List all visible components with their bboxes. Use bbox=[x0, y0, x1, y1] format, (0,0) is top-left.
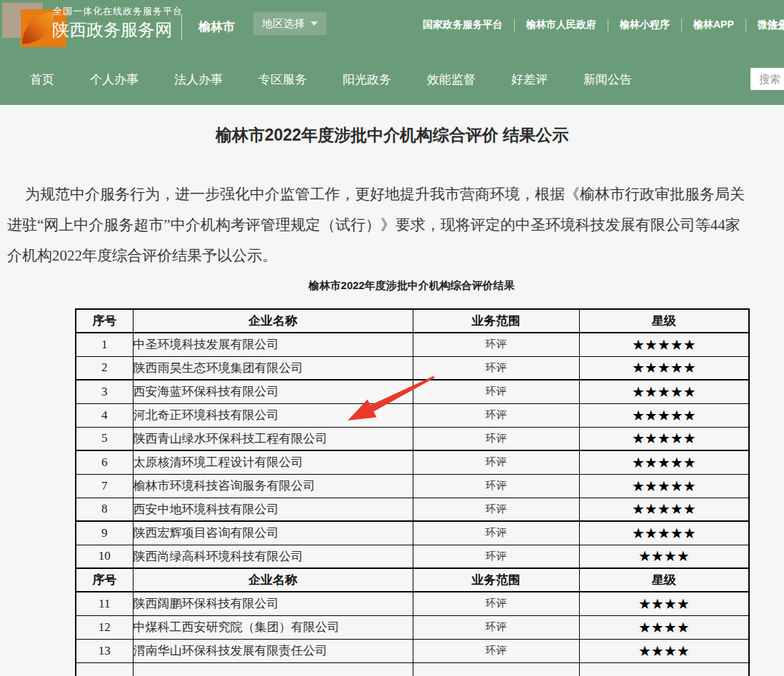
col-header-no: 序号 bbox=[76, 309, 133, 333]
table-row: 12 中煤科工西安研究院（集团）有限公司 环评 ★★★★ bbox=[76, 615, 749, 639]
link-city-app[interactable]: 榆林APP bbox=[681, 19, 745, 31]
region-select-button[interactable]: 地区选择 bbox=[253, 12, 326, 35]
table-header-row: 序号 企业名称 业务范围 星级 bbox=[76, 568, 749, 592]
register-link[interactable]: 注册 bbox=[768, 19, 784, 32]
table-row: 5 陕西青山绿水环保科技工程有限公司 环评 ★★★★★ bbox=[76, 427, 749, 450]
current-city-label: 榆林市 bbox=[198, 19, 235, 35]
nav-item-home[interactable]: 首页 bbox=[30, 71, 54, 88]
table-row: 6 太原核清环境工程设计有限公司 环评 ★★★★★ bbox=[76, 450, 749, 474]
col-header-scope: 业务范围 bbox=[413, 568, 579, 592]
nav-item-news[interactable]: 新闻公告 bbox=[583, 71, 632, 88]
link-national-platform[interactable]: 国家政务服务平台 bbox=[411, 19, 514, 31]
table-header-row: 序号 企业名称 业务范围 星级 bbox=[76, 309, 749, 333]
search-input[interactable] bbox=[750, 68, 784, 90]
table-row: 10 陕西尚绿高科环境科技有限公司 环评 ★★★★ bbox=[76, 545, 749, 568]
company-name: 河北奇正环境科技有限公司 bbox=[133, 403, 413, 427]
nav-item-open-government[interactable]: 阳光政务 bbox=[343, 71, 391, 88]
nav-item-personal[interactable]: 个人办事 bbox=[90, 71, 139, 88]
col-header-no: 序号 bbox=[76, 568, 133, 592]
row-no: 10 bbox=[76, 545, 133, 568]
row-no: 9 bbox=[76, 521, 133, 545]
business-scope: 环评 bbox=[413, 356, 579, 380]
col-header-stars: 星级 bbox=[579, 568, 749, 592]
table-row: 11 陕西阔鹏环保科技有限公司 环评 ★★★★ bbox=[76, 592, 749, 615]
company-name: 陕西宏辉项目咨询有限公司 bbox=[133, 521, 413, 545]
company-name: 陕西尚绿高科环境科技有限公司 bbox=[133, 545, 413, 568]
company-name: 中煤科工西安研究院（集团）有限公司 bbox=[133, 615, 413, 639]
page-title: 榆林市2022年度涉批中介机构综合评价 结果公示 bbox=[0, 124, 784, 146]
company-name: 陕西青山绿水环保科技工程有限公司 bbox=[133, 427, 413, 450]
region-select-label: 地区选择 bbox=[262, 17, 305, 31]
row-no: 4 bbox=[76, 403, 133, 427]
evaluation-results-table: 序号 企业名称 业务范围 星级 1 中圣环境科技发展有限公司 环评 ★★★★★ … bbox=[75, 308, 750, 676]
business-scope: 环评 bbox=[413, 427, 579, 450]
row-no: 3 bbox=[76, 380, 133, 403]
business-scope: 环评 bbox=[413, 521, 579, 545]
nav-item-rating[interactable]: 好差评 bbox=[511, 71, 548, 88]
table-row: 3 西安海蓝环保科技有限公司 环评 ★★★★★ bbox=[76, 380, 749, 403]
nav-items: 首页 个人办事 法人办事 专区服务 阳光政务 效能监督 好差评 新闻公告 bbox=[30, 54, 632, 105]
nav-item-zone-services[interactable]: 专区服务 bbox=[258, 71, 307, 88]
chevron-down-icon bbox=[311, 21, 318, 26]
business-scope: 环评 bbox=[413, 403, 579, 427]
link-mini-program[interactable]: 榆林小程序 bbox=[608, 19, 681, 31]
company-name: 榆林市环境科技咨询服务有限公司 bbox=[133, 474, 413, 498]
table-row: 2 陕西雨昊生态环境集团有限公司 环评 ★★★★★ bbox=[76, 356, 749, 380]
business-scope: 环评 bbox=[413, 474, 579, 498]
table-row: 8 西安中地环境科技有限公司 环评 ★★★★★ bbox=[76, 498, 749, 521]
business-scope: 环评 bbox=[413, 615, 579, 639]
row-no: 7 bbox=[76, 474, 133, 498]
row-no: 6 bbox=[76, 450, 133, 474]
col-header-name: 企业名称 bbox=[133, 309, 413, 333]
business-scope: 环评 bbox=[413, 498, 579, 521]
table-caption: 榆林市2022年度涉批中介机构综合评价结果 bbox=[0, 279, 784, 293]
platform-label: 全国一体化在线政务服务平台 bbox=[53, 5, 183, 18]
star-rating: ★★★★★ bbox=[579, 521, 749, 545]
company-name: 西安中地环境科技有限公司 bbox=[133, 498, 413, 521]
paragraph-line: 为规范中介服务行为，进一步强化中介监管工作，更好地提升我市营商环境，根据《榆林市… bbox=[7, 179, 784, 210]
star-rating: ★★★★★ bbox=[579, 356, 749, 380]
table-row: 13 渭南华山环保科技发展有限责任公司 环评 ★★★★ bbox=[76, 639, 749, 662]
business-scope: 环评 bbox=[413, 380, 579, 403]
star-rating: ★★★★★ bbox=[579, 333, 749, 356]
company-name: 中圣环境科技发展有限公司 bbox=[133, 333, 413, 356]
col-header-scope: 业务范围 bbox=[413, 309, 579, 333]
link-city-government[interactable]: 榆林市人民政府 bbox=[514, 19, 608, 31]
star-rating: ★★★★★ bbox=[579, 498, 749, 521]
star-rating: ★★★★ bbox=[579, 545, 749, 568]
business-scope: 环评 bbox=[413, 333, 579, 356]
star-rating: ★★★★★ bbox=[579, 427, 749, 450]
star-rating: ★★★★ bbox=[579, 592, 749, 615]
header-divider bbox=[181, 14, 182, 40]
row-no: 1 bbox=[76, 333, 133, 356]
row-no: 8 bbox=[76, 498, 133, 521]
row-no: 5 bbox=[76, 427, 133, 450]
table-row-clipped bbox=[76, 662, 749, 676]
table-row: 1 中圣环境科技发展有限公司 环评 ★★★★★ bbox=[76, 333, 749, 356]
business-scope: 环评 bbox=[413, 592, 579, 615]
nav-item-efficiency-supervision[interactable]: 效能监督 bbox=[427, 71, 476, 88]
company-name: 西安海蓝环保科技有限公司 bbox=[133, 380, 413, 403]
star-rating: ★★★★★ bbox=[579, 450, 749, 474]
site-name: 陕西政务服务网 bbox=[52, 19, 172, 41]
row-no: 11 bbox=[76, 592, 133, 615]
company-name: 渭南华山环保科技发展有限责任公司 bbox=[133, 639, 413, 662]
company-name: 陕西雨昊生态环境集团有限公司 bbox=[133, 356, 413, 380]
star-rating: ★★★★ bbox=[579, 639, 749, 662]
col-header-name: 企业名称 bbox=[133, 568, 413, 592]
business-scope: 环评 bbox=[413, 450, 579, 474]
col-header-stars: 星级 bbox=[579, 309, 749, 333]
paragraph-line: 介机构2022年度综合评价结果予以公示。 bbox=[7, 241, 784, 271]
nav-item-legal-person[interactable]: 法人办事 bbox=[174, 71, 223, 88]
star-rating: ★★★★★ bbox=[579, 474, 749, 498]
site-header: 全国一体化在线政务服务平台 陕西政务服务网 榆林市 地区选择 国家政务服务平台 … bbox=[0, 0, 784, 54]
paragraph-line: 进驻“网上中介服务超市”中介机构考评管理规定（试行）》要求，现将评定的中圣环境科… bbox=[7, 210, 784, 241]
row-no: 13 bbox=[76, 639, 133, 662]
logo-leaf-icon bbox=[22, 12, 54, 44]
row-no: 12 bbox=[76, 615, 133, 639]
business-scope: 环评 bbox=[413, 545, 579, 568]
star-rating: ★★★★★ bbox=[579, 380, 749, 403]
company-name: 陕西阔鹏环保科技有限公司 bbox=[133, 592, 413, 615]
header-links: 国家政务服务平台 榆林市人民政府 榆林小程序 榆林APP 微信公众号 bbox=[411, 19, 784, 31]
main-nav: 首页 个人办事 法人办事 专区服务 阳光政务 效能监督 好差评 新闻公告 bbox=[0, 54, 784, 105]
